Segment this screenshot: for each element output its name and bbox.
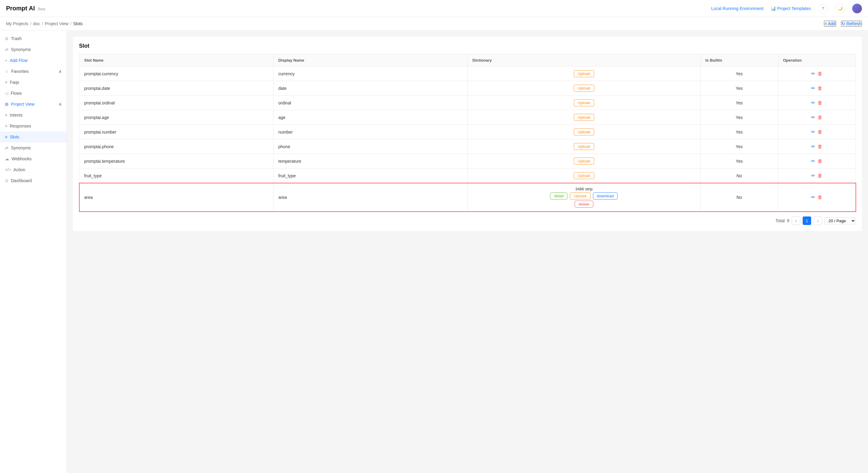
sidebar-item-intents[interactable]: ≡ Intents — [0, 110, 67, 121]
project-templates-link[interactable]: 📊 Project Templates — [771, 6, 811, 11]
content-card: Slot Slot Name Display Name Dictionary I… — [73, 37, 862, 231]
favorites-icon: ☆ — [5, 69, 9, 74]
cell-dictionary: Upload — [467, 110, 701, 125]
upload-button[interactable]: Upload — [570, 193, 590, 199]
bar-chart-icon: 📊 — [771, 6, 776, 11]
intents-icon: ≡ — [5, 113, 7, 117]
cell-display-name: fruit_type — [273, 168, 467, 183]
next-page-button[interactable]: › — [814, 216, 822, 225]
delete-icon[interactable]: 🗑 — [817, 144, 823, 149]
cell-display-name: ordinal — [273, 96, 467, 110]
synonyms-icon: ⇄ — [5, 145, 8, 150]
breadcrumb-current: Slots — [73, 21, 83, 26]
edit-icon[interactable]: ✏ — [811, 194, 815, 200]
sidebar-item-synonyms-top[interactable]: ⇄ Synonyms — [0, 44, 67, 55]
delete-icon[interactable]: 🗑 — [817, 129, 823, 135]
cell-display-name: date — [273, 81, 467, 96]
col-header-dictionary: Dictionary — [467, 54, 701, 66]
pagination: Total: 9 ‹ 1 › 20 / Page 50 / Page 100 /… — [79, 216, 856, 225]
table-row: promptai.phonephoneUploadYes✏🗑 — [79, 139, 856, 154]
cell-is-builtin: Yes — [701, 96, 778, 110]
edit-icon[interactable]: ✏ — [811, 173, 815, 178]
upload-button[interactable]: Upload — [574, 99, 594, 106]
upload-button[interactable]: Upload — [574, 85, 594, 92]
delete-icon[interactable]: 🗑 — [817, 195, 823, 200]
cell-dictionary: Upload — [467, 125, 701, 139]
strip-count-text: 3486 strip — [473, 187, 696, 191]
upload-button[interactable]: Upload — [574, 158, 594, 165]
flows-icon: ◁ — [5, 91, 8, 96]
table-row: areaarea3486 stripdetailUploaddownloadde… — [79, 183, 856, 212]
sidebar-label-add-flow: Add Flow — [10, 58, 27, 63]
edit-icon[interactable]: ✏ — [811, 114, 815, 120]
cell-is-builtin: Yes — [701, 125, 778, 139]
upload-button[interactable]: Upload — [574, 128, 594, 135]
sidebar-item-action[interactable]: </> Action — [0, 164, 67, 175]
sidebar-item-faqs[interactable]: ≡ Faqs — [0, 77, 67, 88]
theme-toggle-button[interactable]: 🌙 — [835, 4, 845, 13]
download-button[interactable]: download — [593, 193, 618, 199]
sidebar-item-slots[interactable]: ≡ Slots — [0, 131, 67, 142]
upload-button[interactable]: Upload — [574, 114, 594, 121]
cell-operation: ✏🗑 — [778, 110, 856, 125]
breadcrumb-project-view[interactable]: Project View — [45, 21, 68, 26]
avatar[interactable] — [852, 4, 862, 13]
local-env-link[interactable]: Local Running Environment — [711, 6, 764, 11]
edit-icon[interactable]: ✏ — [811, 100, 815, 106]
sidebar-label-webhooks: Webhooks — [11, 156, 32, 161]
table-row: promptai.temperaturetemperatureUploadYes… — [79, 154, 856, 168]
add-flow-icon: + — [5, 58, 7, 63]
cell-operation: ✏🗑 — [778, 125, 856, 139]
cell-slot-name: promptai.currency — [79, 66, 274, 81]
cell-dictionary: 3486 stripdetailUploaddownloaddelete — [467, 183, 701, 212]
col-header-slot-name: Slot Name — [79, 54, 274, 66]
delete-icon[interactable]: 🗑 — [817, 115, 823, 120]
edit-icon[interactable]: ✏ — [811, 144, 815, 149]
sidebar-item-responses[interactable]: ≡ Responses — [0, 121, 67, 131]
upload-button[interactable]: Upload — [574, 70, 594, 77]
app-name: Prompt AI — [6, 5, 35, 11]
breadcrumb-my-projects[interactable]: My Projects — [6, 21, 28, 26]
delete-icon[interactable]: 🗑 — [817, 86, 823, 91]
prev-page-button[interactable]: ‹ — [792, 216, 800, 225]
upload-button[interactable]: Upload — [574, 143, 594, 150]
cell-display-name: phone — [273, 139, 467, 154]
breadcrumb-actions: + Add ↻ Refresh — [824, 21, 862, 27]
edit-icon[interactable]: ✏ — [811, 85, 815, 91]
delete-icon[interactable]: 🗑 — [817, 71, 823, 76]
detail-button[interactable]: detail — [550, 193, 567, 199]
help-button[interactable]: ? — [818, 4, 828, 13]
sidebar-group-project-view[interactable]: ⊞ Project View ∧ — [0, 99, 67, 110]
sidebar-item-dashboard[interactable]: ⊙ Dashboard — [0, 175, 67, 186]
delete-icon[interactable]: 🗑 — [817, 100, 823, 106]
delete-icon[interactable]: 🗑 — [817, 159, 823, 164]
main-layout: ⊘ Trash ⇄ Synonyms + Add Flow ☆ Favorite… — [0, 31, 868, 473]
cell-display-name: age — [273, 110, 467, 125]
delete-icon[interactable]: 🗑 — [817, 173, 823, 178]
upload-button[interactable]: Upload — [574, 172, 594, 179]
edit-icon[interactable]: ✏ — [811, 129, 815, 135]
sidebar-label-intents: Intents — [10, 113, 23, 117]
edit-icon[interactable]: ✏ — [811, 71, 815, 76]
sidebar-item-webhooks[interactable]: ☁ Webhooks — [0, 153, 67, 164]
table-row: promptai.currencycurrencyUploadYes✏🗑 — [79, 66, 856, 81]
breadcrumb-doc[interactable]: doc — [33, 21, 40, 26]
sidebar-item-synonyms[interactable]: ⇄ Synonyms — [0, 142, 67, 153]
cell-is-builtin: Yes — [701, 66, 778, 81]
trash-icon: ⊘ — [5, 36, 8, 41]
sidebar-label-slots: Slots — [10, 134, 19, 139]
edit-icon[interactable]: ✏ — [811, 158, 815, 164]
delete-button[interactable]: delete — [575, 201, 593, 208]
sidebar-group-favorites[interactable]: ☆ Favorites ∧ — [0, 66, 67, 77]
sidebar-item-trash[interactable]: ⊘ Trash — [0, 33, 67, 44]
cell-dictionary: Upload — [467, 81, 701, 96]
sidebar-item-add-flow[interactable]: + Add Flow — [0, 55, 67, 66]
cell-is-builtin: Yes — [701, 110, 778, 125]
cell-dictionary: Upload — [467, 66, 701, 81]
sidebar-item-flows[interactable]: ◁ Flows — [0, 88, 67, 99]
cell-slot-name: promptai.age — [79, 110, 274, 125]
page-1-button[interactable]: 1 — [803, 216, 811, 225]
add-button[interactable]: + Add — [824, 21, 836, 27]
refresh-button[interactable]: ↻ Refresh — [841, 21, 862, 27]
page-size-select[interactable]: 20 / Page 50 / Page 100 / Page — [825, 217, 856, 224]
